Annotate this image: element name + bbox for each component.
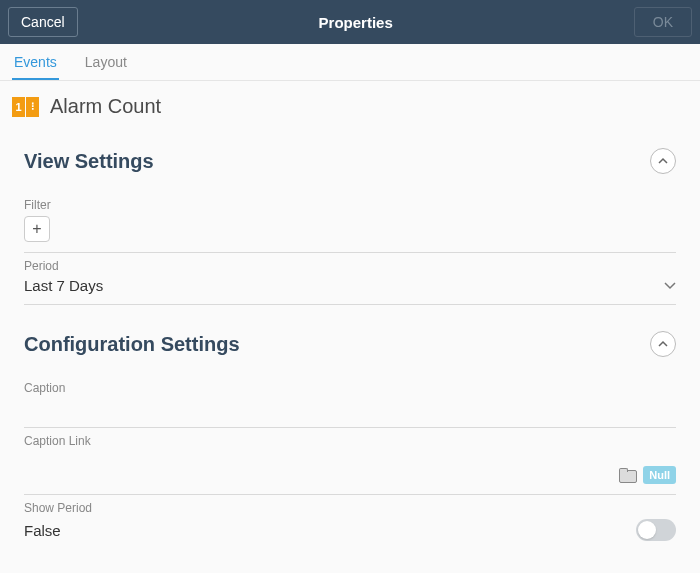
view-settings-title: View Settings <box>24 150 154 173</box>
configuration-settings-header[interactable]: Configuration Settings <box>24 305 676 375</box>
period-dropdown-caret[interactable] <box>664 279 676 293</box>
alarm-count-icon: 1 ⁝ <box>12 97 40 117</box>
caption-link-label: Caption Link <box>24 434 676 448</box>
tab-bar: Events Layout <box>0 44 700 81</box>
page-title: Alarm Count <box>50 95 161 118</box>
show-period-toggle[interactable] <box>636 519 676 541</box>
show-period-label: Show Period <box>24 501 676 515</box>
chevron-down-icon <box>664 282 676 290</box>
icon-digit-right: ⁝ <box>26 97 39 117</box>
show-period-value: False <box>24 522 61 539</box>
collapse-view-settings-button[interactable] <box>650 148 676 174</box>
view-settings-header[interactable]: View Settings <box>24 134 676 192</box>
plus-icon: + <box>32 220 41 238</box>
title-bar: Cancel Properties OK <box>0 0 700 44</box>
page-header: 1 ⁝ Alarm Count <box>0 81 700 134</box>
cancel-button[interactable]: Cancel <box>8 7 78 37</box>
ok-button[interactable]: OK <box>634 7 692 37</box>
chevron-up-icon <box>657 338 669 350</box>
null-badge-button[interactable]: Null <box>643 466 676 484</box>
collapse-configuration-settings-button[interactable] <box>650 331 676 357</box>
filter-label: Filter <box>24 198 676 212</box>
tab-layout[interactable]: Layout <box>83 44 129 80</box>
content-area: View Settings Filter + Period Last 7 Day… <box>0 134 700 571</box>
configuration-settings-title: Configuration Settings <box>24 333 240 356</box>
dialog-title: Properties <box>319 14 393 31</box>
caption-link-field: Caption Link Null <box>24 428 676 495</box>
caption-value[interactable] <box>24 399 676 417</box>
filter-field: Filter + <box>24 192 676 253</box>
caption-label: Caption <box>24 381 676 395</box>
add-filter-button[interactable]: + <box>24 216 50 242</box>
icon-digit-left: 1 <box>12 97 25 117</box>
period-label: Period <box>24 259 676 273</box>
period-field[interactable]: Period Last 7 Days <box>24 253 676 305</box>
period-value: Last 7 Days <box>24 277 103 294</box>
show-period-field: Show Period False <box>24 495 676 551</box>
caption-field[interactable]: Caption <box>24 375 676 428</box>
tab-events[interactable]: Events <box>12 44 59 80</box>
chevron-up-icon <box>657 155 669 167</box>
browse-folder-icon[interactable] <box>619 468 637 482</box>
